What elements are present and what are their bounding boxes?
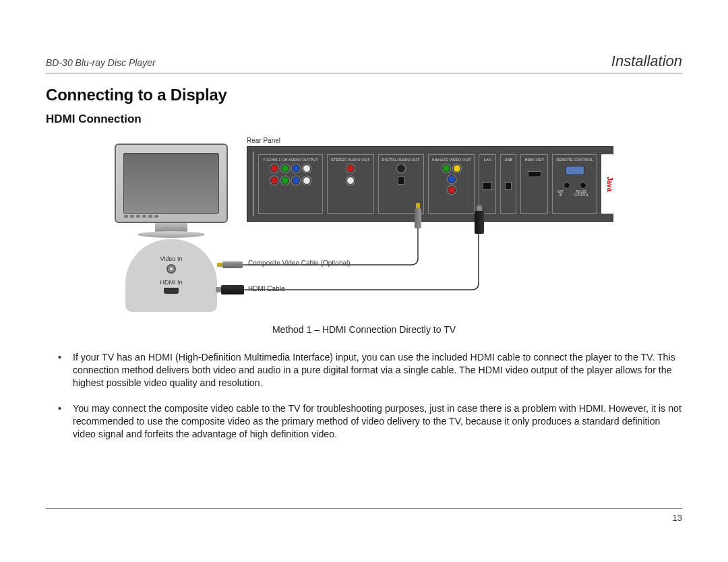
product-name: BD-30 Blu-ray Disc Player: [46, 57, 156, 68]
subsection-title: HDMI Connection: [46, 113, 682, 126]
hdmi-in-label: HDMI In: [125, 279, 217, 286]
rca-plug-icon: [222, 261, 243, 268]
bullet-item: If your TV has an HDMI (High-Definition …: [58, 351, 682, 390]
hdmi-plug-icon: [475, 211, 484, 234]
section-name: Installation: [611, 53, 682, 70]
usb-group: USB: [500, 154, 516, 214]
video-in-label: Video In: [125, 255, 217, 262]
digital-audio-label: DIGITAL AUDIO OUT: [382, 158, 420, 162]
hdmi-cable-label: HDMI Cable: [248, 285, 284, 292]
java-badge-icon: Java: [601, 154, 619, 214]
video-in-jack-icon: [166, 264, 176, 274]
hdmi-plug-icon: [221, 285, 244, 294]
remote-group: REMOTE CONTROL EXT IR RS-232 CONTROL: [552, 154, 597, 214]
stereo-label: STEREO AUDIO OUT: [331, 158, 370, 162]
ext-ir-label: EXT IR: [556, 190, 565, 197]
analog-video-label: ANALOG VIDEO OUT: [432, 158, 471, 162]
page-footer: 13: [46, 508, 682, 523]
bullet-item: You may connect the composite video cabl…: [58, 402, 682, 441]
rear-panel-label: Rear Panel: [247, 137, 280, 144]
remote-label: REMOTE CONTROL: [556, 158, 593, 162]
analog-video-group: ANALOG VIDEO OUT: [428, 154, 475, 214]
tv-input-block: Video In HDMI In: [125, 239, 217, 312]
stereo-group: STEREO AUDIO OUT: [327, 154, 374, 214]
diagram-caption: Method 1 – HDMI Connection Directly to T…: [46, 324, 682, 335]
hdmi-out-label: HDMI OUT: [524, 158, 544, 162]
rca-plug-icon: [415, 208, 421, 228]
audio-71-group: 7.1CH/5.1 CH AUDIO OUTPUT: [258, 154, 323, 214]
lan-group: LAN: [479, 154, 496, 214]
audio-71-label: 7.1CH/5.1 CH AUDIO OUTPUT: [263, 158, 318, 162]
page-number: 13: [673, 513, 682, 523]
tv-illustration: [115, 144, 228, 238]
usb-label: USB: [504, 158, 512, 162]
page-header: BD-30 Blu-ray Disc Player Installation: [46, 53, 682, 73]
lan-label: LAN: [484, 158, 491, 162]
rear-panel-fineprint: [253, 152, 254, 216]
rs232-label: RS-232 CONTROL: [569, 190, 593, 197]
hdmi-in-jack-icon: [164, 288, 179, 294]
connection-diagram: Video In HDMI In Rear Panel 7.1CH/5.1 CH…: [46, 137, 682, 319]
body-text: If your TV has an HDMI (High-Definition …: [46, 351, 682, 441]
page-title: Connecting to a Display: [46, 86, 682, 104]
composite-cable-label: Composite Video Cable (Optional): [248, 259, 351, 267]
hdmi-out-group: HDMI OUT: [520, 154, 548, 214]
rear-panel-illustration: 7.1CH/5.1 CH AUDIO OUTPUT STEREO AUDIO O…: [247, 146, 613, 222]
